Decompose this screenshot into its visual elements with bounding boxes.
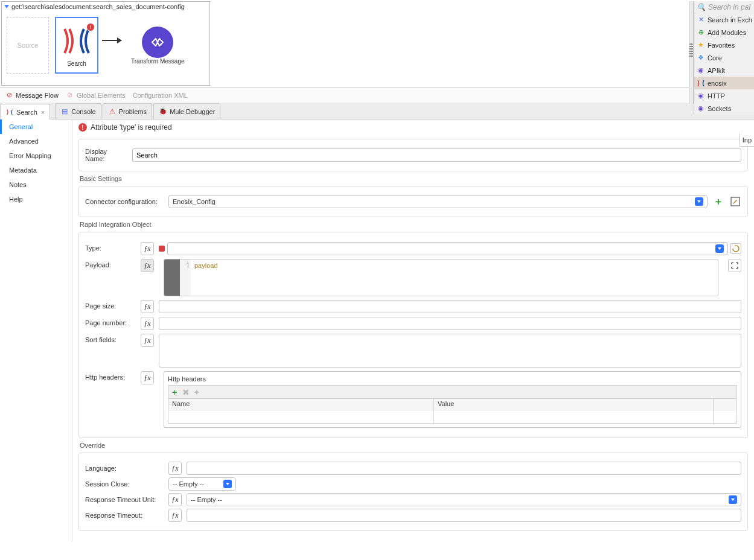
plus-icon: ⊕ [697, 28, 705, 37]
chevron-down-icon [223, 480, 232, 488]
sort-fields-input[interactable] [159, 334, 741, 368]
properties-side-nav: General Advanced Error Mapping Metadata … [0, 119, 72, 542]
palette-panel: 🔍 Search in pal ✕ Search in Exch ⊕ Add M… [694, 1, 754, 115]
header-col-name[interactable]: Name [168, 399, 434, 411]
tab-global-elements[interactable]: ⊘ Global Elements [66, 91, 126, 100]
connector-config-select[interactable]: Enosix_Config [168, 195, 708, 208]
sockets-icon: ◉ [697, 104, 705, 113]
payload-label: Payload: [85, 259, 136, 269]
properties-form: ! Attribute 'type' is required Display N… [72, 119, 754, 542]
field-error-icon [159, 246, 165, 252]
search-icon: 🔍 [697, 3, 706, 11]
palette-core[interactable]: ❖ Core [694, 51, 754, 64]
add-header-button[interactable]: ＋ [171, 387, 179, 398]
error-dot-icon: ⊘ [5, 91, 13, 100]
palette-search[interactable]: 🔍 Search in pal [694, 1, 754, 13]
palette-http[interactable]: ◉ HTTP [694, 89, 754, 102]
http-headers-panel: Http headers ＋ ✖ ✦ Name Value [164, 371, 741, 428]
language-input[interactable] [187, 462, 741, 475]
nav-general[interactable]: General [0, 119, 72, 134]
resp-timeout-unit-label: Response Timeout Unit: [85, 496, 164, 503]
view-tab-console[interactable]: ▤ Console [55, 103, 101, 119]
override-title: Override [80, 442, 747, 449]
enosix-small-icon [5, 108, 14, 116]
exchange-icon: ✕ [697, 16, 705, 24]
flow-title: get:\search\salesdocument:search_sales_d… [11, 3, 185, 10]
fx-toggle-payload[interactable]: ƒx [141, 259, 154, 272]
view-tab-problems[interactable]: ⚠ Problems [103, 103, 152, 119]
expand-editor-button[interactable] [728, 259, 741, 272]
collapse-triangle-icon[interactable] [4, 5, 9, 8]
remove-header-button[interactable]: ✖ [182, 387, 190, 397]
error-dot-icon: ⊘ [66, 91, 74, 100]
fx-toggle-sortfields[interactable]: ƒx [141, 334, 154, 347]
fx-toggle-rt[interactable]: ƒx [168, 509, 182, 522]
tab-message-flow[interactable]: ⊘ Message Flow [5, 91, 59, 100]
type-label: Type: [85, 242, 136, 252]
nav-metadata[interactable]: Metadata [0, 163, 72, 177]
connector-config-label: Connector configuration: [85, 198, 164, 205]
canvas-tab-bar: ⊘ Message Flow ⊘ Global Elements Configu… [0, 87, 691, 103]
palette-search-exchange[interactable]: ✕ Search in Exch [694, 13, 754, 26]
validation-error-banner: ! Attribute 'type' is required [72, 119, 754, 135]
palette-apikit[interactable]: ◉ APIkit [694, 64, 754, 77]
clear-headers-button[interactable]: ✦ [193, 387, 200, 397]
rio-title: Rapid Integration Object [80, 221, 747, 228]
http-icon: ◉ [697, 92, 705, 100]
console-icon: ▤ [60, 107, 69, 116]
close-icon[interactable]: × [41, 109, 45, 116]
view-tab-mule-debugger[interactable]: 🐞 Mule Debugger [153, 103, 220, 119]
http-headers-label: Http headers: [85, 371, 136, 381]
display-name-label: Display Name: [85, 148, 127, 162]
fx-toggle-language[interactable]: ƒx [168, 462, 182, 475]
view-tab-search[interactable]: Search × [0, 104, 50, 119]
nav-advanced[interactable]: Advanced [0, 134, 72, 148]
session-close-label: Session Close: [85, 480, 164, 488]
input-side-tab[interactable]: Inp [740, 134, 754, 147]
flow-node-search[interactable]: ! Search [55, 17, 98, 74]
vertical-resize-gripper[interactable] [689, 1, 694, 104]
nav-notes[interactable]: Notes [0, 177, 72, 192]
fx-toggle-type[interactable]: ƒx [141, 242, 154, 255]
page-number-input[interactable] [159, 317, 741, 330]
chevron-down-icon [729, 495, 737, 504]
page-size-input[interactable] [159, 300, 741, 313]
table-row[interactable] [168, 411, 736, 423]
fx-toggle-rtu[interactable]: ƒx [168, 493, 182, 506]
palette-enosix[interactable]: enosix [694, 77, 754, 89]
flow-canvas[interactable]: get:\search\salesdocument:search_sales_d… [1, 1, 210, 86]
flow-source-placeholder[interactable]: Source [7, 17, 49, 74]
fx-toggle-httpheaders[interactable]: ƒx [141, 371, 154, 384]
type-select[interactable] [167, 242, 728, 255]
session-close-select[interactable]: -- Empty -- [168, 477, 236, 491]
pencil-icon [730, 197, 740, 206]
palette-add-modules[interactable]: ⊕ Add Modules [694, 26, 754, 39]
palette-favorites[interactable]: ★ Favorites [694, 39, 754, 51]
resp-timeout-input[interactable] [187, 509, 741, 522]
tab-configuration-xml[interactable]: Configuration XML [133, 92, 188, 99]
resp-timeout-unit-select[interactable]: -- Empty -- [187, 493, 741, 506]
basic-settings-title: Basic Settings [80, 175, 747, 182]
flow-arrow-icon [102, 40, 121, 41]
flow-node-transform[interactable]: Transform Message [131, 17, 185, 74]
payload-editor[interactable]: 1 payload [164, 259, 718, 296]
resp-timeout-label: Response Timeout: [85, 512, 164, 519]
apikit-icon: ◉ [697, 66, 705, 75]
edit-config-button[interactable] [729, 196, 741, 208]
nav-error-mapping[interactable]: Error Mapping [0, 148, 72, 163]
palette-sockets[interactable]: ◉ Sockets [694, 102, 754, 115]
fx-toggle-pagenumber[interactable]: ƒx [141, 317, 154, 330]
http-headers-table: Name Value [168, 398, 737, 424]
chevron-down-icon [715, 244, 724, 253]
refresh-button[interactable] [730, 243, 741, 254]
page-size-label: Page size: [85, 300, 136, 310]
language-label: Language: [85, 465, 164, 472]
transform-icon [142, 27, 173, 58]
enosix-small-icon [697, 79, 705, 88]
fx-toggle-pagesize[interactable]: ƒx [141, 300, 154, 313]
chevron-down-icon [695, 197, 703, 206]
nav-help[interactable]: Help [0, 192, 72, 206]
header-col-value[interactable]: Value [434, 399, 714, 411]
display-name-input[interactable] [132, 148, 741, 162]
add-config-button[interactable]: ＋ [712, 196, 724, 208]
